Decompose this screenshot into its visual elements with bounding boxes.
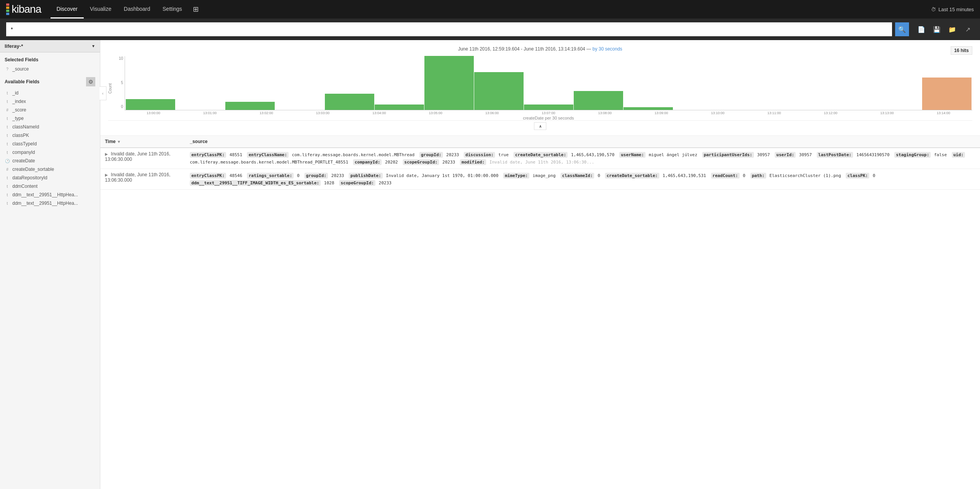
bar-0[interactable] (126, 99, 175, 110)
selected-field-source[interactable]: ? _source (0, 65, 100, 73)
x-label-4: 13:04:00 (351, 111, 407, 115)
nav-discover[interactable]: Discover (51, 0, 84, 19)
bar-5[interactable] (375, 105, 424, 110)
nav-links: Discover Visualize Dashboard Settings ⊞ (51, 0, 203, 19)
field-ddmcontent[interactable]: t ddmContent (0, 182, 100, 191)
main-layout: liferay-* ▼ Selected Fields ? _source Av… (0, 40, 980, 489)
time-column-header[interactable]: Time ▼ (100, 136, 185, 148)
field-ddmtext-1[interactable]: t ddm__text__29951__HttpHea... (0, 191, 100, 199)
open-query-button[interactable]: 📁 (946, 23, 958, 35)
search-bar: 🔍 📄 💾 📁 ↗ (0, 19, 980, 40)
available-fields-header: Available Fields ⚙ (0, 73, 100, 89)
x-label-13: 13:13:00 (859, 111, 915, 115)
field-createdate[interactable]: 🕐 createDate (0, 157, 100, 165)
x-label-6: 13:06:00 (464, 111, 520, 115)
x-label-10: 13:10:00 (690, 111, 746, 115)
field-classnameid[interactable]: t classNameId (0, 123, 100, 131)
table-row: ▶ Invalid date, June 11th 2016, 13:06:30… (100, 169, 980, 190)
field-index[interactable]: t _index (0, 97, 100, 106)
search-toolbar-icons: 📄 💾 📁 ↗ (915, 23, 974, 35)
x-label-0: 13:00:00 (125, 111, 181, 115)
x-label-7: 13:07:00 (520, 111, 576, 115)
selected-fields-title: Selected Fields (0, 52, 100, 65)
time-cell-1: ▶ Invalid date, June 11th 2016, 13:06:30… (100, 148, 185, 169)
hits-badge: 16 hits (951, 46, 972, 55)
logo: kibana (6, 3, 41, 15)
x-axis-title: createDate per 30 seconds (125, 116, 972, 120)
nav-settings[interactable]: Settings (156, 0, 188, 19)
top-navigation: kibana Discover Visualize Dashboard Sett… (0, 0, 980, 19)
bar-2[interactable] (225, 102, 275, 110)
x-label-3: 13:03:00 (295, 111, 351, 115)
save-query-button[interactable]: 📄 (915, 23, 928, 35)
field-score[interactable]: # _score (0, 106, 100, 114)
x-label-1: 13:01:00 (182, 111, 238, 115)
results-table: Time ▼ _source ▶ Invalid date, June 11th… (100, 136, 980, 190)
y-label-0: 0 (121, 105, 123, 109)
nav-grid-button[interactable]: ⊞ (188, 0, 203, 19)
y-label-5: 5 (121, 81, 123, 85)
field-ddmtext-2[interactable]: t ddm__text__29951__HttpHea... (0, 199, 100, 207)
fields-settings-button[interactable]: ⚙ (86, 77, 95, 86)
time-range-display: ⏱ Last 15 minutes (931, 7, 974, 12)
y-label-10: 10 (119, 56, 123, 61)
bar-16[interactable] (922, 78, 972, 110)
x-label-11: 13:11:00 (746, 111, 802, 115)
source-cell-1: entryClassPK: 48551 entryClassName: com.… (185, 148, 980, 169)
index-pattern-selector[interactable]: liferay-* ▼ (0, 40, 100, 52)
source-column-header: _source (185, 136, 980, 148)
logo-text: kibana (12, 3, 41, 15)
collapse-chart-button[interactable]: ∧ (534, 122, 546, 130)
field-companyid[interactable]: t companyId (0, 148, 100, 157)
by-seconds-link[interactable]: by 30 seconds (592, 46, 622, 52)
nav-dashboard[interactable]: Dashboard (118, 0, 157, 19)
sidebar: liferay-* ▼ Selected Fields ? _source Av… (0, 40, 100, 489)
field-classtypeid[interactable]: t classTypeId (0, 140, 100, 148)
field-datarepositoryid[interactable]: t dataRepositoryId (0, 174, 100, 182)
x-label-8: 13:08:00 (577, 111, 633, 115)
bar-7[interactable] (474, 72, 524, 110)
x-label-12: 13:12:00 (803, 111, 858, 115)
available-fields-title: Available Fields (5, 79, 86, 84)
field-createdate-sortable[interactable]: # createDate_sortable (0, 165, 100, 174)
field-type[interactable]: t _type (0, 114, 100, 123)
bar-4[interactable] (325, 94, 374, 110)
index-pattern-label: liferay-* (5, 43, 23, 49)
logo-icon (6, 3, 9, 15)
load-query-button[interactable]: 💾 (931, 23, 943, 35)
bar-8[interactable] (524, 105, 573, 110)
chevron-down-icon: ▼ (91, 44, 95, 48)
collapse-chart-area: ∧ (108, 120, 972, 132)
bar-6[interactable] (424, 56, 474, 110)
x-label-2: 13:02:00 (238, 111, 294, 115)
field-classpk[interactable]: t classPK (0, 131, 100, 140)
field-id[interactable]: t _id (0, 89, 100, 97)
sidebar-toggle-button[interactable]: ‹ (100, 86, 106, 100)
y-axis-title: Count (108, 83, 112, 94)
bar-10[interactable] (623, 107, 673, 110)
x-label-9: 13:09:00 (633, 111, 689, 115)
time-cell-2: ▶ Invalid date, June 11th 2016, 13:06:30… (100, 169, 185, 190)
field-name: _source (12, 66, 29, 72)
expand-row-2-button[interactable]: ▶ (105, 173, 110, 177)
content-area: June 11th 2016, 12:59:19.604 - June 11th… (100, 40, 980, 489)
x-label-14: 13:14:00 (916, 111, 972, 115)
sort-icon: ▼ (117, 140, 121, 144)
field-type-icon: ? (5, 66, 10, 72)
share-button[interactable]: ↗ (961, 23, 974, 35)
histogram-chart: June 11th 2016, 12:59:19.604 - June 11th… (100, 40, 980, 136)
table-row: ▶ Invalid date, June 11th 2016, 13:06:30… (100, 148, 980, 169)
nav-visualize[interactable]: Visualize (84, 0, 118, 19)
x-label-5: 13:05:00 (407, 111, 463, 115)
search-button[interactable]: 🔍 (895, 22, 909, 36)
chart-date-range: June 11th 2016, 12:59:19.604 - June 11th… (108, 46, 972, 52)
bar-9[interactable] (574, 91, 623, 110)
search-input[interactable] (6, 22, 892, 36)
search-icon: 🔍 (898, 26, 906, 33)
expand-row-1-button[interactable]: ▶ (105, 152, 110, 156)
clock-icon: ⏱ (931, 7, 936, 12)
source-cell-2: entryClassPK: 48546 ratings_sortable: 0 … (185, 169, 980, 190)
